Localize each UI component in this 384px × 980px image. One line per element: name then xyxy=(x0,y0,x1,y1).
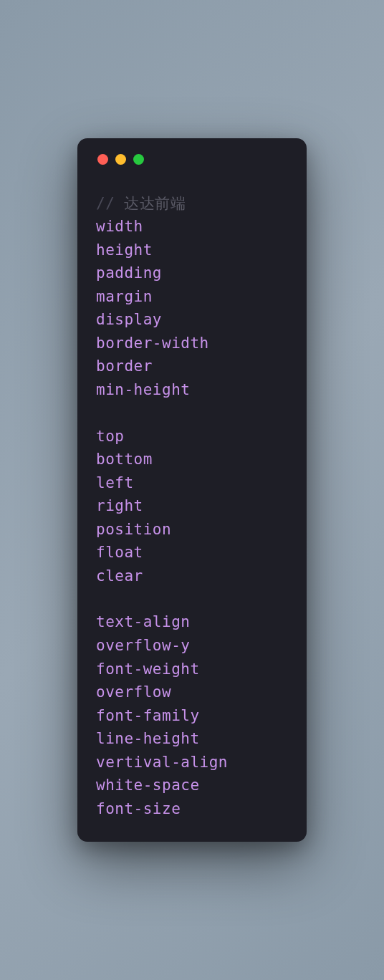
css-property: display xyxy=(96,308,288,332)
css-property: overflow xyxy=(96,681,288,704)
blank-line xyxy=(96,587,288,610)
css-property: left xyxy=(96,471,288,495)
css-property: float xyxy=(96,541,288,565)
css-property: height xyxy=(96,239,288,262)
css-property: line-height xyxy=(96,727,288,751)
css-property: font-family xyxy=(96,704,288,728)
code-content: // 达达前端 width height padding margin disp… xyxy=(96,192,288,821)
code-window: // 达达前端 width height padding margin disp… xyxy=(77,138,307,842)
css-property: clear xyxy=(96,565,288,588)
css-property: top xyxy=(96,425,288,448)
comment-slashes: // xyxy=(96,195,115,212)
css-property: border xyxy=(96,355,288,378)
css-property: text-align xyxy=(96,610,288,634)
traffic-lights xyxy=(96,154,288,165)
css-property: width xyxy=(96,215,288,239)
css-property: vertival-align xyxy=(96,751,288,774)
comment-text: 达达前端 xyxy=(115,195,186,212)
css-property: padding xyxy=(96,261,288,285)
close-icon[interactable] xyxy=(97,154,108,165)
css-property: min-height xyxy=(96,378,288,402)
css-property: bottom xyxy=(96,448,288,471)
css-property: position xyxy=(96,518,288,542)
css-property: white-space xyxy=(96,774,288,797)
css-property: border-width xyxy=(96,332,288,355)
minimize-icon[interactable] xyxy=(115,154,126,165)
css-property: overflow-y xyxy=(96,634,288,658)
code-comment: // 达达前端 xyxy=(96,192,288,216)
css-property: margin xyxy=(96,285,288,309)
css-property: right xyxy=(96,494,288,518)
css-property: font-weight xyxy=(96,658,288,681)
css-property: font-size xyxy=(96,797,288,821)
maximize-icon[interactable] xyxy=(133,154,144,165)
blank-line xyxy=(96,402,288,425)
